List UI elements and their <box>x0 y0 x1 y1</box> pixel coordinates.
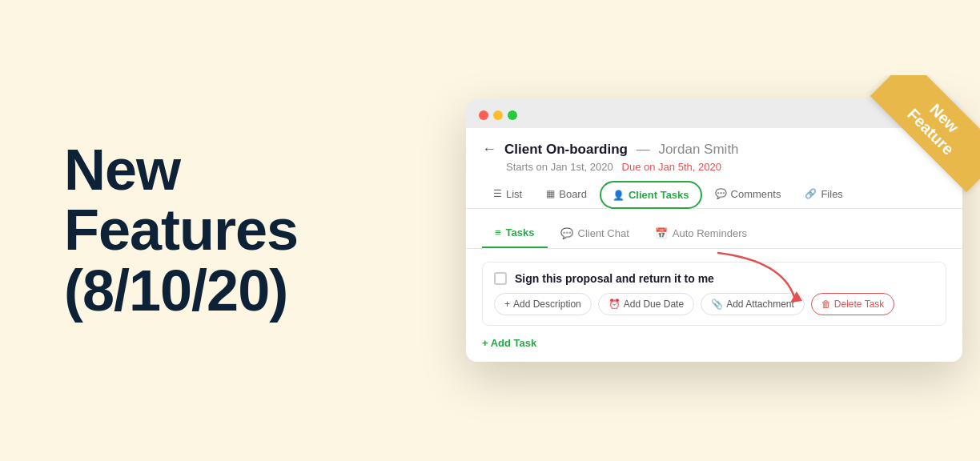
task-title: Sign this proposal and return it to me <box>515 272 714 285</box>
subtab-tasks[interactable]: ≡ Tasks <box>482 220 548 248</box>
add-description-label: Add Description <box>513 299 581 310</box>
add-attachment-label: Add Attachment <box>726 299 794 310</box>
sub-tabs: ≡ Tasks 💬 Client Chat 📅 Auto Reminders <box>466 209 962 249</box>
tab-board[interactable]: ▦ Board <box>535 182 598 208</box>
subtab-tasks-label: Tasks <box>506 226 535 239</box>
subtab-auto-reminders-label: Auto Reminders <box>673 227 747 239</box>
tab-files[interactable]: 🔗 Files <box>793 182 853 208</box>
tab-list-label: List <box>506 188 522 200</box>
trash-icon: 🗑 <box>821 299 831 310</box>
subtab-client-chat[interactable]: 💬 Client Chat <box>548 220 642 248</box>
delete-task-label: Delete Task <box>834 299 884 310</box>
add-task-label: + Add Task <box>482 337 536 349</box>
project-title: Client On-boarding — Jordan Smith <box>504 142 739 158</box>
ribbon-text: New Feature <box>870 75 980 192</box>
add-attachment-button[interactable]: 📎 Add Attachment <box>701 293 805 315</box>
person-icon: 👤 <box>612 190 625 201</box>
delete-task-button[interactable]: 🗑 Delete Task <box>811 293 894 315</box>
back-button[interactable]: ← <box>482 141 496 158</box>
tasks-icon: ≡ <box>495 226 501 239</box>
tab-client-tasks-label: Client Tasks <box>629 189 689 201</box>
left-panel: New Features (8/10/20) <box>0 92 464 370</box>
tab-comments[interactable]: 💬 Comments <box>704 182 793 208</box>
due-date: Due on Jan 5th, 2020 <box>622 161 721 173</box>
tab-files-label: Files <box>821 188 842 200</box>
add-due-date-label: Add Due Date <box>624 299 684 310</box>
task-title-row: Sign this proposal and return it to me <box>494 272 934 285</box>
dot-green[interactable] <box>508 110 517 120</box>
attachment-icon: 📎 <box>711 299 723 310</box>
dot-yellow[interactable] <box>493 110 503 120</box>
board-icon: ▦ <box>546 188 555 199</box>
right-panel: New Feature ← Client On-boarding — Jorda… <box>464 75 980 386</box>
task-actions: + Add Description ⏰ Add Due Date 📎 Add A… <box>494 293 934 315</box>
chat-icon: 💬 <box>560 227 573 239</box>
add-description-button[interactable]: + Add Description <box>494 293 592 315</box>
subtab-client-chat-label: Client Chat <box>578 227 629 239</box>
tab-client-tasks[interactable]: 👤 Client Tasks <box>600 181 702 209</box>
heading-line3: (8/10/20) <box>64 259 287 323</box>
files-icon: 🔗 <box>805 188 817 199</box>
list-icon: ☰ <box>493 188 502 199</box>
task-area: Sign this proposal and return it to me +… <box>466 249 962 362</box>
calendar-icon: 📅 <box>655 227 668 239</box>
plus-icon: + <box>504 299 510 310</box>
tab-comments-label: Comments <box>731 188 781 200</box>
heading-line2: Features <box>64 198 298 262</box>
task-checkbox[interactable] <box>494 272 507 285</box>
add-task-button[interactable]: + Add Task <box>482 337 946 349</box>
tab-list[interactable]: ☰ List <box>482 182 533 208</box>
comments-icon: 💬 <box>715 188 727 199</box>
tab-board-label: Board <box>559 188 587 200</box>
subtab-auto-reminders[interactable]: 📅 Auto Reminders <box>642 220 760 248</box>
main-heading: New Features (8/10/20) <box>64 140 416 322</box>
add-due-date-button[interactable]: ⏰ Add Due Date <box>598 293 694 315</box>
new-feature-ribbon: New Feature <box>852 75 980 203</box>
clock-icon: ⏰ <box>608 299 621 310</box>
task-item: Sign this proposal and return it to me +… <box>482 262 946 326</box>
dot-red[interactable] <box>479 110 488 120</box>
heading-line1: New <box>64 138 180 202</box>
